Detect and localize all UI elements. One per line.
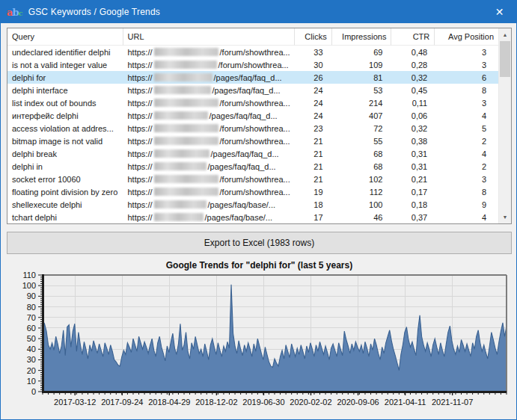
url-suffix: /forum/showthrea... — [218, 61, 289, 70]
scroll-up-icon[interactable]: ▲ — [499, 28, 511, 41]
column-header-avg-position[interactable]: Avg Position — [435, 28, 498, 46]
url-prefix: https:// — [127, 73, 152, 82]
scroll-down-icon[interactable]: ▼ — [499, 211, 511, 223]
trends-chart: 01020304050607080901001102017-03-122017-… — [7, 272, 512, 416]
table-row[interactable]: bitmap image is not validhttps:///forum/… — [7, 135, 498, 147]
table-row[interactable]: интерфейс delphihttps:///pages/faq/faq_d… — [7, 109, 498, 122]
cell-ctr: 0,28 — [391, 58, 435, 71]
column-header-ctr[interactable]: CTR — [391, 28, 435, 46]
cell-url: https:///pages/faq/faq_d... — [123, 84, 294, 96]
column-header-query[interactable]: Query — [7, 28, 123, 46]
table-row[interactable]: list index out of boundshttps:///forum/s… — [7, 96, 498, 109]
table-row[interactable]: socket error 10060https:///forum/showthr… — [7, 173, 498, 185]
column-header-impressions[interactable]: Impressions — [332, 28, 392, 46]
url-suffix: /pages/faq/faq_d... — [212, 86, 281, 95]
close-icon[interactable]: ✕ — [483, 1, 516, 23]
table-row[interactable]: access violation at addres...https:///fo… — [7, 122, 498, 135]
cell-avg-position: 4 — [435, 147, 498, 160]
cell-clicks: 17 — [295, 211, 332, 223]
y-axis-label: 90 — [27, 291, 36, 300]
cell-impressions: 112 — [332, 185, 392, 198]
cell-query: delphi for — [7, 71, 123, 84]
cell-impressions: 407 — [332, 109, 392, 122]
table-body: undeclared identifier delphihttps:///for… — [7, 46, 498, 223]
url-suffix: /forum/showthrea... — [220, 48, 290, 57]
x-axis-label: 2019-06-30 — [242, 398, 284, 407]
url-suffix: /forum/showthrea... — [220, 124, 290, 133]
cell-impressions: 102 — [332, 173, 392, 185]
trends-chart-panel: Google Trends for "delphi for" (last 5 y… — [7, 260, 512, 419]
table-row[interactable]: floating point division by zerohttps:///… — [7, 185, 498, 198]
url-prefix: https:// — [127, 213, 152, 222]
cell-url: https:///pages/faq/faq_d... — [123, 147, 294, 160]
cell-clicks: 19 — [295, 185, 332, 198]
keywords-table-inner: Query URL Clicks Impressions CTR Avg Pos… — [7, 28, 498, 223]
cell-impressions: 100 — [332, 198, 392, 211]
table-row[interactable]: delphi forhttps:///pages/faq/faq_d...268… — [7, 71, 498, 84]
y-axis-label: 60 — [27, 324, 36, 333]
url-prefix: https:// — [127, 149, 152, 158]
cell-avg-position: 5 — [435, 122, 498, 135]
cell-url: https:///pages/faq/faq_d... — [123, 160, 294, 173]
x-axis-label: 2021-11-07 — [432, 398, 473, 407]
cell-clicks: 26 — [295, 71, 332, 84]
cell-clicks: 24 — [295, 84, 332, 96]
y-axis-label: 40 — [27, 345, 36, 353]
table-row[interactable]: undeclared identifier delphihttps:///for… — [7, 46, 498, 58]
cell-impressions: 214 — [332, 96, 392, 109]
cell-clicks: 33 — [295, 46, 332, 58]
cell-ctr: 0,18 — [391, 198, 435, 211]
url-redacted-blur — [154, 137, 218, 145]
cell-query: list index out of bounds — [7, 96, 123, 109]
table-row[interactable]: delphi interfacehttps:///pages/faq/faq_d… — [7, 84, 498, 96]
url-redacted-blur — [154, 188, 218, 196]
cell-query: access violation at addres... — [7, 122, 123, 135]
url-suffix: /forum/showthrea... — [220, 99, 290, 108]
table-row[interactable]: delphi breakhttps:///pages/faq/faq_d...2… — [7, 147, 498, 160]
y-axis-label: 50 — [27, 334, 36, 343]
url-prefix: https:// — [127, 48, 152, 57]
column-header-clicks[interactable]: Clicks — [295, 28, 332, 46]
url-redacted-blur — [154, 99, 218, 107]
table-row[interactable]: tchart delphihttps:///pages/faq/base/...… — [7, 211, 498, 223]
cell-ctr: 0,37 — [391, 211, 435, 223]
cell-clicks: 24 — [295, 96, 332, 109]
url-suffix: /forum/showthrea... — [220, 175, 290, 184]
export-to-excel-button[interactable]: Export to Excel (1983 rows) — [7, 232, 512, 254]
abc-app-icon: c — [19, 10, 23, 17]
url-prefix: https:// — [127, 111, 152, 120]
window-content: Query URL Clicks Impressions CTR Avg Pos… — [1, 23, 516, 419]
table-row[interactable]: shellexecute delphihttps:///pages/faq/ba… — [7, 198, 498, 211]
table-scrollbar[interactable]: ▲ ▼ — [498, 28, 511, 223]
cell-clicks: 18 — [295, 198, 332, 211]
scrollbar-thumb[interactable] — [500, 41, 510, 77]
cell-query: delphi interface — [7, 84, 123, 96]
x-axis-label: 2020-09-06 — [337, 398, 379, 407]
cell-clicks: 23 — [295, 122, 332, 135]
url-redacted-blur — [154, 61, 217, 69]
cell-ctr: 0,45 — [391, 84, 435, 96]
table-row[interactable]: delphi inhttps:///pages/faq/faq_d...2168… — [7, 160, 498, 173]
cell-impressions: 55 — [332, 135, 392, 147]
table-row[interactable]: is not a valid integer valuehttps:///for… — [7, 58, 498, 71]
url-redacted-blur — [154, 124, 218, 132]
column-header-url[interactable]: URL — [123, 28, 295, 46]
cell-url: https:///forum/showthrea... — [123, 185, 294, 198]
url-prefix: https:// — [127, 137, 152, 146]
url-suffix: /pages/faq/faq_d... — [209, 111, 278, 120]
cell-avg-position: 3 — [435, 58, 498, 71]
cell-url: https:///pages/faq/base/... — [123, 198, 294, 211]
y-axis-label: 70 — [27, 313, 36, 322]
app-window: a b c GSC Keywords / Google Trends ✕ Que… — [0, 0, 517, 420]
cell-ctr: 0,17 — [391, 185, 435, 198]
x-axis-label: 2020-02-02 — [290, 398, 331, 407]
y-axis-label: 110 — [22, 272, 36, 280]
cell-url: https:///forum/showthrea... — [123, 173, 294, 185]
abc-app-icon: a b c — [7, 7, 23, 17]
cell-avg-position: 2 — [435, 135, 498, 147]
url-suffix: /pages/faq/base/... — [205, 213, 273, 222]
url-redacted-blur — [154, 73, 212, 81]
cell-ctr: 0,48 — [391, 46, 435, 58]
cell-query: delphi in — [7, 160, 123, 173]
cell-ctr: 0,11 — [391, 96, 435, 109]
